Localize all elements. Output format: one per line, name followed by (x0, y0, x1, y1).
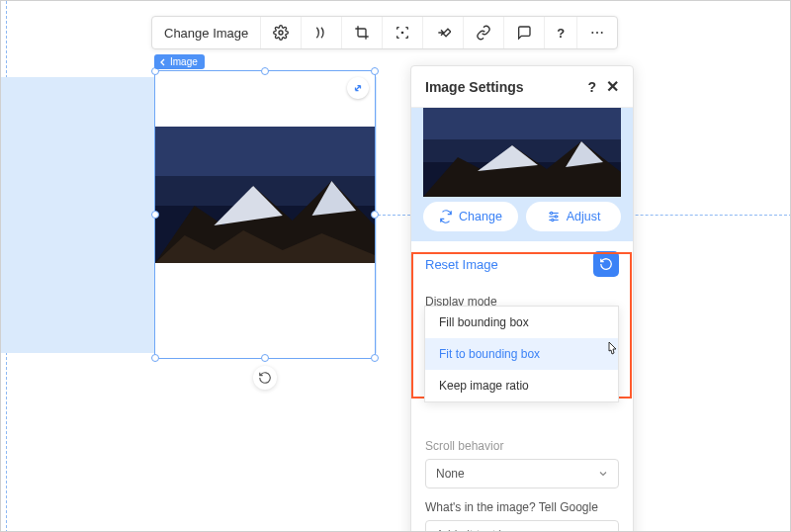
reset-row: Reset Image (411, 241, 633, 287)
svg-rect-15 (423, 108, 621, 139)
option-fit-to-bounding-box[interactable]: Fit to bounding box (425, 338, 618, 370)
image-tag[interactable]: Image (154, 54, 205, 69)
svg-point-0 (279, 31, 283, 35)
scroll-behavior-value: None (436, 467, 465, 481)
link-icon[interactable] (464, 17, 504, 48)
svg-point-22 (550, 212, 552, 214)
panel-title: Image Settings (425, 79, 524, 95)
image-toolbar: Change Image ? (151, 16, 618, 49)
resize-handle[interactable] (371, 354, 379, 362)
scroll-behavior-select[interactable]: None (425, 459, 619, 488)
image-content (155, 127, 375, 263)
svg-rect-2 (444, 29, 452, 37)
svg-point-1 (402, 32, 403, 33)
focal-icon[interactable] (383, 17, 423, 48)
svg-point-5 (601, 32, 603, 34)
svg-point-23 (555, 216, 557, 218)
scroll-behavior-section: Scroll behavior None (411, 439, 633, 492)
alt-text-label: What's in the image? Tell Google (425, 500, 619, 514)
crop-icon[interactable] (342, 17, 383, 48)
preview-actions: Change Adjust (411, 197, 633, 241)
chevron-down-icon (598, 469, 608, 479)
resize-handle[interactable] (371, 67, 379, 75)
close-icon[interactable]: ✕ (606, 77, 619, 96)
scroll-behavior-label: Scroll behavior (425, 439, 619, 453)
option-keep-image-ratio[interactable]: Keep image ratio (425, 370, 618, 401)
svg-point-4 (596, 32, 598, 34)
more-icon[interactable] (577, 17, 617, 48)
pointer-cursor-icon (604, 341, 620, 359)
alt-text-input[interactable] (425, 520, 619, 532)
filters-icon[interactable] (302, 17, 342, 48)
animation-icon[interactable] (423, 17, 464, 48)
alt-text-section: What's in the image? Tell Google (411, 492, 633, 532)
display-mode-dropdown: Fill bounding box Fit to bounding box Ke… (424, 306, 619, 402)
change-image-label: Change Image (164, 26, 248, 41)
panel-help-icon[interactable]: ? (587, 79, 596, 95)
reset-image-link[interactable]: Reset Image (425, 257, 498, 272)
image-preview (411, 108, 633, 197)
resize-handle[interactable] (261, 354, 269, 362)
option-fill-bounding-box[interactable]: Fill bounding box (425, 307, 618, 338)
svg-rect-8 (155, 127, 375, 176)
image-settings-panel: Image Settings ? ✕ Change Adjust Reset I… (410, 65, 634, 532)
image-element[interactable] (154, 70, 376, 359)
panel-header: Image Settings ? ✕ (411, 66, 633, 108)
svg-point-3 (592, 32, 594, 34)
change-button[interactable]: Change (423, 202, 518, 231)
svg-point-24 (551, 219, 553, 221)
settings-icon[interactable] (261, 17, 302, 48)
reset-button[interactable] (593, 251, 619, 277)
resize-handle[interactable] (261, 67, 269, 75)
adjust-button[interactable]: Adjust (526, 202, 621, 231)
tag-label: Image (170, 56, 198, 67)
change-image-button[interactable]: Change Image (152, 17, 261, 48)
change-label: Change (459, 210, 502, 223)
resize-handle[interactable] (151, 211, 159, 219)
help-icon[interactable]: ? (545, 17, 577, 48)
resize-handle[interactable] (371, 211, 379, 219)
chevron-left-icon (159, 58, 167, 66)
resize-handle[interactable] (151, 354, 159, 362)
adjust-label: Adjust (567, 210, 601, 223)
expand-icon[interactable] (347, 77, 369, 99)
comment-icon[interactable] (504, 17, 545, 48)
undo-button[interactable] (253, 366, 277, 390)
